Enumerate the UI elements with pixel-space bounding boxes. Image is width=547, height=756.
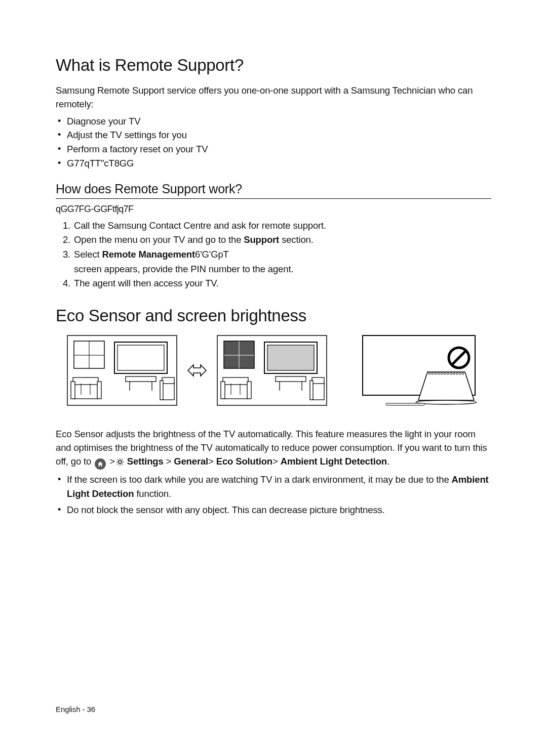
svg-point-54 [119, 460, 122, 464]
step-item: Open the menu on your TV and go to the S… [73, 233, 491, 247]
heading-eco-sensor: Eco Sensor and screen brightness [56, 306, 491, 325]
list-item: Adjust the TV settings for you [67, 128, 491, 142]
gear-icon [116, 456, 124, 470]
note-text: function. [134, 488, 171, 499]
step-text: screen appears, provide the PIN number t… [74, 264, 293, 274]
svg-rect-6 [126, 376, 156, 382]
living-room-bright-illustration [67, 335, 177, 406]
svg-rect-16 [162, 377, 174, 384]
home-icon [95, 458, 106, 470]
heading-remote-support: What is Remote Support? [56, 56, 491, 75]
step-item: The agent will then access your TV. [73, 276, 491, 291]
step-text: Open the menu on your TV and go to the [74, 234, 241, 245]
svg-rect-30 [247, 382, 251, 399]
svg-rect-35 [310, 381, 313, 400]
list-item: Perform a factory reset on your TV [67, 142, 491, 156]
garbled-text: 6'G'GpT [195, 249, 229, 260]
step-bold: Support [244, 234, 279, 245]
note-text: If the screen is too dark while you are … [67, 474, 452, 485]
step-text: section. [279, 234, 314, 245]
svg-rect-9 [73, 384, 98, 399]
intro-paragraph: Samsung Remote Support service offers yo… [56, 84, 491, 111]
blocked-sensor-illustration [360, 332, 481, 408]
svg-rect-15 [162, 383, 174, 400]
svg-rect-29 [221, 382, 225, 399]
svg-rect-34 [312, 377, 324, 384]
page-footer: English - 36 [56, 705, 95, 713]
step-text: Select [74, 249, 102, 260]
bidirectional-arrow-icon [186, 363, 208, 378]
list-item: Do not block the sensor with any object.… [67, 503, 491, 517]
step-item: Select Remote Management6'G'GpT screen a… [73, 247, 491, 276]
steps-list: Call the Samsung Contact Centre and ask … [56, 219, 491, 291]
path-ambient-light: Ambient Light Detection [281, 456, 387, 467]
list-item: If the screen is too dark while you are … [67, 473, 491, 501]
svg-rect-5 [118, 345, 164, 370]
step-bold: Remote Management [102, 249, 196, 260]
svg-rect-11 [71, 382, 75, 399]
path-general: General [174, 456, 208, 467]
svg-rect-24 [276, 376, 306, 382]
svg-rect-33 [312, 383, 324, 400]
svg-rect-23 [267, 345, 314, 370]
svg-rect-12 [97, 382, 101, 399]
path-settings: Settings [127, 456, 164, 467]
svg-rect-10 [73, 377, 98, 385]
step-item: Call the Samsung Contact Centre and ask … [73, 219, 491, 233]
living-room-dim-illustration [217, 335, 327, 406]
heading-how-remote-works: How does Remote Support work? [56, 182, 491, 199]
list-item: Diagnose your TV [67, 114, 491, 129]
eco-notes-list: If the screen is too dark while you are … [56, 473, 491, 517]
svg-point-52 [416, 400, 477, 404]
garbled-lead-text: qGG7FG-GGFtfjq7F [56, 204, 491, 215]
illustration-row [56, 332, 491, 408]
remote-capabilities-list: Diagnose your TV Adjust the TV settings … [56, 114, 491, 171]
svg-rect-27 [223, 384, 248, 399]
path-eco-solution: Eco Solution [216, 456, 272, 467]
svg-rect-53 [386, 403, 424, 405]
list-item: G77qTT"cT8GG [67, 156, 491, 171]
svg-rect-17 [160, 381, 163, 400]
svg-rect-28 [223, 377, 248, 385]
eco-description-paragraph: Eco Sensor adjusts the brightness of the… [56, 428, 491, 470]
